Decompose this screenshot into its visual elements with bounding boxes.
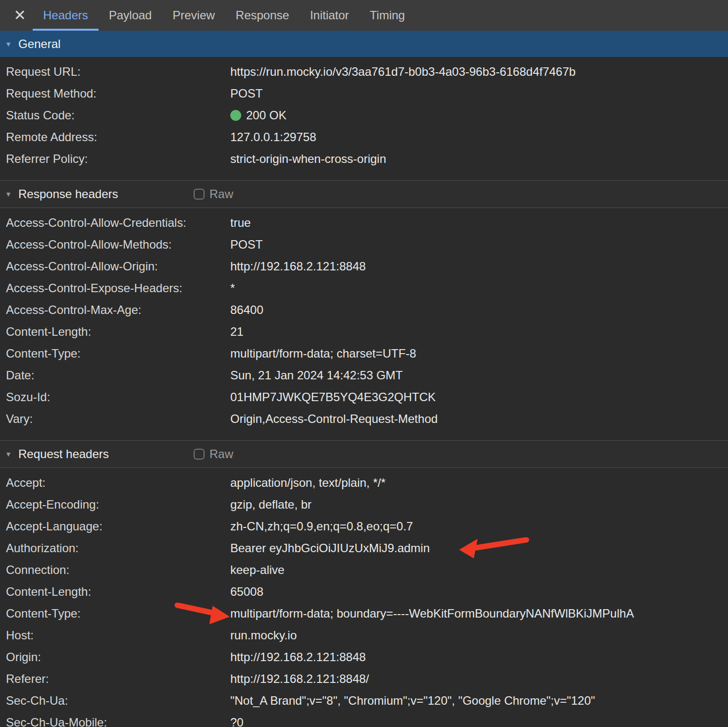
raw-toggle: Raw: [194, 441, 233, 467]
request-headers-section-header[interactable]: ▼ Request headers Raw: [0, 440, 728, 468]
header-name: Referrer Policy:: [0, 152, 230, 166]
header-row: Remote Address:127.0.0.1:29758: [0, 126, 728, 148]
general-section-header[interactable]: ▼ General: [0, 31, 728, 57]
red-arrow-left-icon: [458, 537, 530, 559]
header-name: Request URL:: [0, 65, 230, 79]
header-name: Accept:: [0, 476, 230, 490]
header-value: gzip, deflate, br: [230, 498, 312, 512]
raw-checkbox-label: Raw: [209, 187, 233, 201]
header-value: http://192.168.2.121:8848/: [230, 672, 369, 686]
header-name: Access-Control-Allow-Origin:: [0, 260, 230, 273]
close-icon[interactable]: ✕: [7, 0, 33, 31]
header-value: 127.0.0.1:29758: [230, 130, 316, 144]
header-row: Accept:application/json, text/plain, */*: [0, 472, 728, 494]
header-value: application/json, text/plain, */*: [230, 476, 386, 490]
header-value: zh-CN,zh;q=0.9,en;q=0.8,eo;q=0.7: [230, 519, 413, 533]
header-name: Access-Control-Allow-Methods:: [0, 238, 230, 252]
header-row: Content-Type:multipart/form-data; bounda…: [0, 603, 728, 624]
header-row: Access-Control-Max-Age:86400: [0, 299, 728, 321]
status-ok-dot-icon: [230, 110, 241, 121]
header-name: Access-Control-Expose-Headers:: [0, 281, 230, 295]
header-row: Accept-Encoding:gzip, deflate, br: [0, 494, 728, 516]
header-row: Sec-Ch-Ua:"Not_A Brand";v="8", "Chromium…: [0, 690, 728, 712]
header-row: Referer:http://192.168.2.121:8848/: [0, 668, 728, 690]
tab-response[interactable]: Response: [225, 0, 300, 31]
header-value: multipart/form-data; boundary=----WebKit…: [230, 607, 634, 621]
response-headers-section-header[interactable]: ▼ Response headers Raw: [0, 180, 728, 208]
header-name: Date:: [0, 368, 230, 382]
header-row: Request Method:POST: [0, 83, 728, 104]
tab-initiator[interactable]: Initiator: [300, 0, 360, 31]
tab-timing[interactable]: Timing: [360, 0, 416, 31]
header-name: Authorization:: [0, 541, 230, 555]
header-name: Accept-Encoding:: [0, 498, 230, 512]
header-value: keep-alive: [230, 563, 284, 577]
header-name: Accept-Language:: [0, 519, 230, 533]
header-row: Host:run.mocky.io: [0, 624, 728, 646]
header-row: Date:Sun, 21 Jan 2024 14:42:53 GMT: [0, 364, 728, 386]
section-title: Response headers: [18, 187, 118, 201]
general-rows: Request URL:https://run.mocky.io/v3/3aa7…: [0, 57, 728, 180]
header-row: Vary:Origin,Access-Control-Request-Metho…: [0, 408, 728, 430]
header-value: true: [230, 216, 251, 230]
section-response-headers: ▼ Response headers Raw Access-Control-Al…: [0, 180, 728, 440]
header-value: http://192.168.2.121:8848: [230, 260, 366, 273]
header-value: http://192.168.2.121:8848: [230, 650, 366, 664]
header-row: Content-Type:multipart/form-data; charse…: [0, 343, 728, 364]
header-name: Access-Control-Allow-Credentials:: [0, 216, 230, 230]
header-value: 200 OK: [230, 108, 286, 122]
header-name: Content-Type:: [0, 607, 230, 621]
header-row: Access-Control-Allow-Methods:POST: [0, 234, 728, 256]
header-value: *: [230, 281, 235, 295]
header-name: Origin:: [0, 650, 230, 664]
tab-headers[interactable]: Headers: [33, 0, 99, 31]
header-row: Status Code:200 OK: [0, 104, 728, 126]
header-name: Remote Address:: [0, 130, 230, 144]
header-value: 21: [230, 325, 244, 339]
header-name: Referer:: [0, 672, 230, 686]
header-name: Sozu-Id:: [0, 390, 230, 404]
header-name: Content-Type:: [0, 347, 230, 361]
header-value: POST: [230, 87, 262, 101]
network-detail-tabbar: ✕ Headers Payload Preview Response Initi…: [0, 0, 728, 31]
header-row: Sozu-Id:01HMP7JWKQE7B5YQ4E3G2QHTCK: [0, 386, 728, 408]
response-headers-rows: Access-Control-Allow-Credentials:trueAcc…: [0, 208, 728, 440]
header-row: Origin:http://192.168.2.121:8848: [0, 646, 728, 668]
header-value: Origin,Access-Control-Request-Method: [230, 412, 438, 426]
header-value: strict-origin-when-cross-origin: [230, 152, 386, 166]
header-row: Referrer Policy:strict-origin-when-cross…: [0, 148, 728, 170]
request-headers-rows: Accept:application/json, text/plain, */*…: [0, 468, 728, 727]
header-value: Bearer eyJhbGciOiJIUzUxMiJ9.admin: [230, 541, 430, 555]
header-name: Access-Control-Max-Age:: [0, 303, 230, 317]
section-request-headers: ▼ Request headers Raw Accept:application…: [0, 440, 728, 727]
section-title: Request headers: [18, 447, 109, 461]
header-name: Host:: [0, 628, 230, 642]
section-general: ▼ General Request URL:https://run.mocky.…: [0, 31, 728, 180]
header-value: 86400: [230, 303, 263, 317]
header-value: run.mocky.io: [230, 628, 297, 642]
header-name: Sec-Ch-Ua-Mobile:: [0, 716, 230, 727]
header-row: Access-Control-Allow-Credentials:true: [0, 212, 728, 234]
tab-preview[interactable]: Preview: [162, 0, 225, 31]
raw-toggle: Raw: [194, 181, 233, 208]
header-value: 01HMP7JWKQE7B5YQ4E3G2QHTCK: [230, 390, 436, 404]
raw-checkbox[interactable]: [194, 449, 205, 460]
raw-checkbox[interactable]: [194, 189, 205, 200]
header-value: 65008: [230, 585, 263, 599]
header-name: Request Method:: [0, 87, 230, 101]
header-row: Accept-Language:zh-CN,zh;q=0.9,en;q=0.8,…: [0, 516, 728, 537]
header-value: ?0: [230, 716, 244, 727]
header-name: Sec-Ch-Ua:: [0, 694, 230, 708]
header-row: Authorization:Bearer eyJhbGciOiJIUzUxMiJ…: [0, 537, 728, 559]
header-row: Content-Length:21: [0, 321, 728, 343]
header-name: Status Code:: [0, 108, 230, 122]
raw-checkbox-label: Raw: [209, 447, 233, 461]
disclosure-triangle-icon: ▼: [5, 450, 14, 458]
header-row: Connection:keep-alive: [0, 559, 728, 581]
header-value: multipart/form-data; charset=UTF-8: [230, 347, 416, 361]
header-row: Access-Control-Allow-Origin:http://192.1…: [0, 256, 728, 277]
header-value: POST: [230, 238, 262, 252]
tab-payload[interactable]: Payload: [99, 0, 162, 31]
header-name: Content-Length:: [0, 325, 230, 339]
header-row: Sec-Ch-Ua-Mobile:?0: [0, 712, 728, 727]
